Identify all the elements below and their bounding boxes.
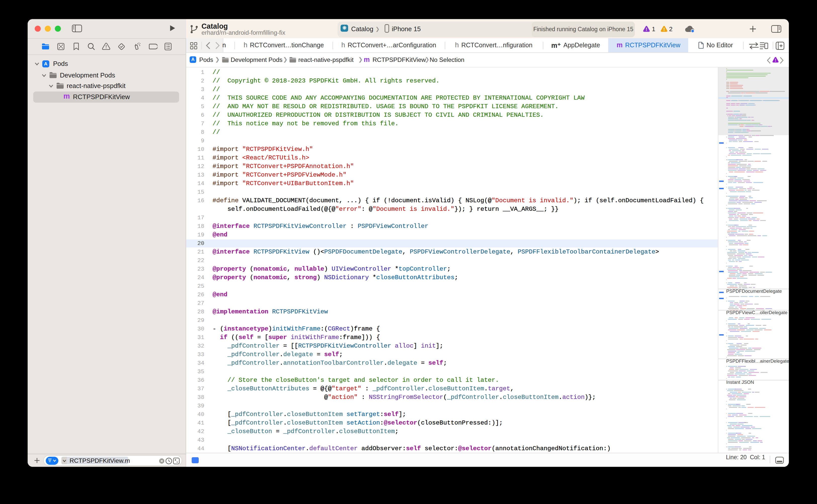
svg-text:PSPDFViewC…ollerDelegate: PSPDFViewC…ollerDelegate bbox=[726, 310, 788, 315]
svg-text:PSPDFDocumentDelegate: PSPDFDocumentDelegate bbox=[726, 288, 782, 294]
svg-text:PSPDFFlexibl…ainerDelegate: PSPDFFlexibl…ainerDelegate bbox=[726, 358, 789, 364]
svg-text:Instant JSON: Instant JSON bbox=[726, 380, 754, 385]
